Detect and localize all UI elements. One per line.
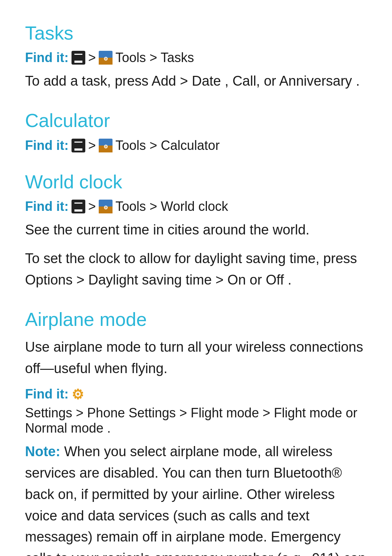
calculator-find-it: Find it: > ⚙ Tools > Calculator [25, 138, 367, 153]
tasks-arrow1: > [88, 50, 96, 65]
airplane-mode-title: Airplane mode [25, 308, 367, 331]
calc-arrow1: > [88, 138, 96, 153]
calculator-find-it-label: Find it: [25, 138, 69, 153]
world-clock-body1: See the current time in cities around th… [25, 219, 367, 241]
menu-icon [72, 51, 85, 65]
calculator-path: Tools > Calculator [115, 138, 220, 153]
menu-icon-calc [72, 139, 85, 152]
airplane-note: Note: When you select airplane mode, all… [25, 441, 367, 556]
tasks-section: Tasks Find it: > ⚙ Tools > Tasks To add … [25, 22, 367, 92]
world-clock-body2: To set the clock to allow for daylight s… [25, 248, 367, 291]
svg-text:⚙: ⚙ [103, 56, 108, 62]
airplane-settings-path: Settings > Phone Settings > Flight mode … [25, 405, 367, 436]
svg-text:⚙: ⚙ [103, 205, 108, 210]
note-text: When you select airplane mode, all wirel… [25, 444, 366, 556]
airplane-find-it: Find it: ⚙ Settings > Phone Settings > F… [25, 387, 367, 436]
world-clock-section: World clock Find it: > ⚙ Tools > World c… [25, 171, 367, 291]
airplane-find-it-label: Find it: [25, 387, 69, 402]
gear-icon: ⚙ [72, 387, 87, 402]
wc-arrow1: > [88, 199, 96, 214]
tasks-find-it: Find it: > ⚙ Tools > Tasks [25, 50, 367, 65]
calculator-section: Calculator Find it: > ⚙ Tools > Calculat… [25, 109, 367, 153]
note-label: Note: [25, 444, 60, 459]
tools-icon-wc: ⚙ [99, 200, 113, 213]
tasks-title: Tasks [25, 22, 367, 44]
airplane-mode-section: Airplane mode Use airplane mode to turn … [25, 308, 367, 556]
world-clock-path: Tools > World clock [115, 199, 228, 214]
world-clock-find-it-label: Find it: [25, 199, 69, 214]
calculator-title: Calculator [25, 109, 367, 132]
tools-icon-calc: ⚙ [99, 139, 113, 152]
world-clock-title: World clock [25, 171, 367, 193]
tasks-body: To add a task, press Add > Date , Call, … [25, 70, 367, 92]
world-clock-find-it: Find it: > ⚙ Tools > World clock [25, 199, 367, 214]
menu-icon-wc [72, 200, 85, 213]
airplane-mode-intro: Use airplane mode to turn all your wirel… [25, 336, 367, 379]
tools-icon-tasks: ⚙ [99, 51, 113, 65]
tasks-path: Tools > Tasks [115, 50, 194, 65]
svg-text:⚙: ⚙ [103, 144, 108, 150]
tasks-find-it-label: Find it: [25, 50, 69, 65]
